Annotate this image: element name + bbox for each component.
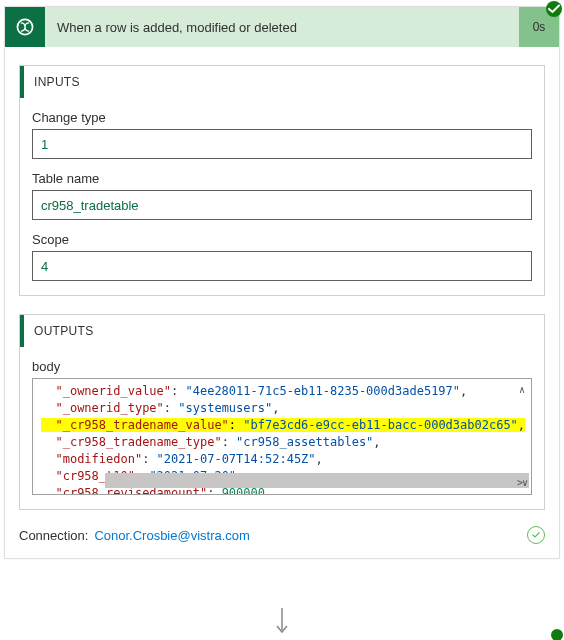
- trigger-card: When a row is added, modified or deleted…: [4, 6, 560, 559]
- field-label: Table name: [32, 171, 532, 186]
- field-value[interactable]: 1: [32, 129, 532, 159]
- connection-link[interactable]: Conor.Crosbie@vistra.com: [94, 528, 250, 543]
- dataverse-icon: [5, 7, 45, 47]
- status-check-icon: [546, 1, 562, 17]
- next-step-check-icon: [551, 629, 563, 640]
- field-label: body: [32, 359, 532, 374]
- scroll-up-icon[interactable]: ∧: [515, 383, 529, 397]
- body-json-viewer[interactable]: "_ownerid_value": "4ee28011-71c5-eb11-82…: [32, 378, 532, 495]
- field-table-name: Table name cr958_tradetable: [32, 171, 532, 220]
- field-scope: Scope 4: [32, 232, 532, 281]
- connection-label: Connection:: [19, 528, 88, 543]
- scroll-track[interactable]: [105, 473, 529, 488]
- inputs-section: INPUTS Change type 1 Table name cr958_tr…: [19, 65, 545, 296]
- outputs-heading: OUTPUTS: [20, 315, 544, 347]
- field-body: body: [32, 359, 532, 374]
- scrollbar[interactable]: ∧ >∨: [515, 383, 529, 490]
- inputs-heading: INPUTS: [20, 66, 544, 98]
- outputs-section: OUTPUTS body "_ownerid_value": "4ee28011…: [19, 314, 545, 510]
- card-title: When a row is added, modified or deleted: [45, 20, 519, 35]
- card-footer: Connection: Conor.Crosbie@vistra.com: [19, 526, 545, 544]
- field-change-type: Change type 1: [32, 110, 532, 159]
- flow-arrow-icon: [274, 608, 290, 639]
- card-header[interactable]: When a row is added, modified or deleted…: [5, 7, 559, 47]
- field-label: Scope: [32, 232, 532, 247]
- field-value[interactable]: cr958_tradetable: [32, 190, 532, 220]
- scroll-down-icon[interactable]: >∨: [515, 476, 529, 490]
- field-label: Change type: [32, 110, 532, 125]
- field-value[interactable]: 4: [32, 251, 532, 281]
- connection-ok-icon: [527, 526, 545, 544]
